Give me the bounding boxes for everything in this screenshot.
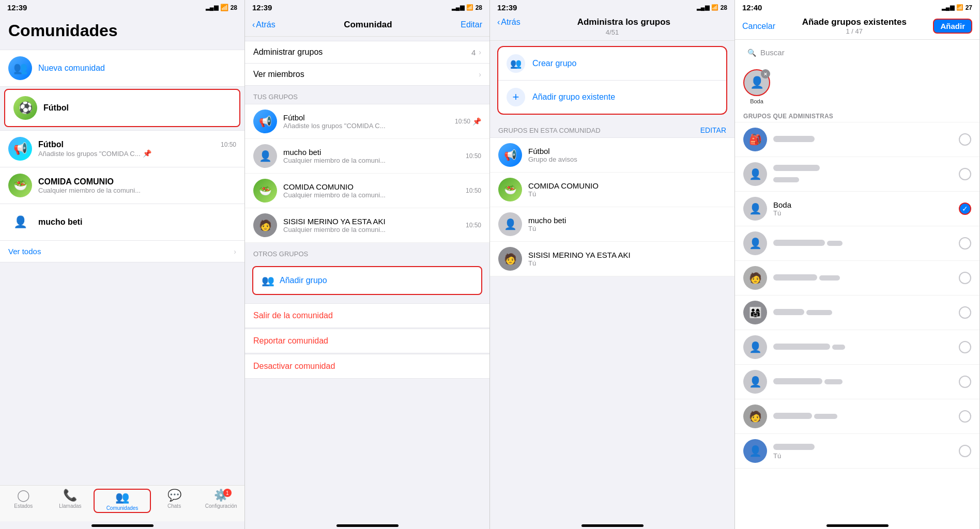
nav-row-4: Cancelar Añade grupos existentes 1 / 47 … [742,17,972,35]
group-avatar-comida-2: 🥗 [253,179,277,203]
group-avatar-futbol-2: 📢 [253,110,277,133]
panel-manage-groups: 12:39 ▂▄▆ 📶 28 ‹ Atrás Administra los gr… [490,0,735,529]
communities-header: Comunidades [0,14,244,44]
back-button-3[interactable]: ‹ Atrás [497,18,520,27]
tab-chats[interactable]: 💬 Chats [151,489,198,513]
leave-community-btn[interactable]: Salir de la comunidad [245,303,489,328]
manage-groups-row[interactable]: Administrar grupos 4 › [245,41,489,64]
back-button-2[interactable]: ‹ Atrás [252,20,275,29]
group-item-comida-2[interactable]: 🥗 COMIDA COMUNIO Cualquier miembro de la… [245,174,489,208]
add-group-label: Añadir grupo [280,276,327,285]
mg-item-comida[interactable]: 🥗 COMIDA COMUNIO Tú [490,173,734,207]
selected-chips-row: 👤 × Boda [735,65,979,108]
radio-10[interactable] [959,445,971,457]
community-item-muchobeti[interactable]: 👤 mucho beti [0,204,244,240]
edit-button-2[interactable]: Editar [461,20,482,29]
mg-item-futbol[interactable]: 📢 Fútbol Grupo de avisos [490,137,734,173]
gs-item-10[interactable]: 👤 Tú [735,434,979,469]
tab-estados-label: Estados [14,503,33,509]
radio-8[interactable] [959,376,971,388]
radio-4[interactable] [959,237,971,250]
tab-config[interactable]: ⚙️ Configuración 1 [197,489,244,513]
gs-item-5[interactable]: 🧑 [735,261,979,295]
radio-9[interactable] [959,410,971,423]
add-group-button[interactable]: 👥 Añadir grupo [252,266,482,295]
nav-bar-3: ‹ Atrás Administra los grupos 4/51 [490,14,734,41]
gs-name-blur-7 [773,344,830,350]
llamadas-icon: 📞 [63,489,77,502]
gs-avatar-9: 🧑 [743,404,767,428]
chip-label-boda: Boda [750,98,763,104]
mg-item-muchobeti[interactable]: 👤 mucho beti Tú [490,207,734,242]
red-actions: Salir de la comunidad Reportar comunidad… [245,303,489,379]
add-group-icon: 👥 [262,274,274,287]
gs-name-blur-5 [773,274,817,281]
radio-2[interactable] [959,168,971,180]
radio-5[interactable] [959,272,971,284]
estados-icon: ◯ [17,489,30,502]
wifi-icon-4: 📶 [956,4,963,11]
tab-llamadas[interactable]: 📞 Llamadas [47,489,94,513]
signal-icon-3: ▂▄▆ [697,4,709,11]
mg-item-sisisi[interactable]: 🧑 SISISI MERINO YA ESTA AKI Tú [490,242,734,276]
group-item-sisisi-2[interactable]: 🧑 SISISI MERINO YA ESTA AKI Cualquier mi… [245,208,489,243]
tab-estados[interactable]: ◯ Estados [0,489,47,513]
community-item-comida[interactable]: 🥗 COMIDA COMUNIO Cualquier miembro de la… [0,167,244,204]
status-bar-1: 12:39 ▂▄▆ 📶 28 [0,0,244,14]
status-icons-2: ▂▄▆ 📶 28 [452,4,482,11]
ver-miembros-row[interactable]: Ver miembros › [245,64,489,86]
radio-1[interactable] [959,133,971,146]
wifi-icon-2: 📶 [466,4,473,11]
section-header-manage: GRUPOS EN ESTA COMUNIDAD EDITAR [490,120,734,137]
config-badge: 1 [223,489,232,497]
radio-7[interactable] [959,341,971,353]
see-all-row[interactable]: Ver todos › [0,240,244,262]
community-item-futbol[interactable]: 📢 Fútbol 10:50 Añadiste los grupos "COMI… [0,130,244,167]
deactivate-community-btn[interactable]: Desactivar comunidad [245,354,489,379]
community-item-futbol-highlight[interactable]: ⚽ Fútbol [4,89,240,127]
status-icons-1: ▂▄▆ 📶 28 [206,4,237,11]
gs-avatar-8: 👤 [743,370,767,394]
home-bar-4 [826,524,889,527]
group-info-sisisi-2: SISISI MERINO YA ESTA AKI Cualquier miem… [283,217,466,234]
manage-groups-value: 4 [471,48,476,57]
see-all-label: Ver todos [8,247,41,256]
new-community-button[interactable]: 👥 Nueva comunidad [0,50,244,87]
cancel-button-4[interactable]: Cancelar [742,22,775,31]
editar-label[interactable]: EDITAR [700,126,726,134]
group-item-futbol-2[interactable]: 📢 Fútbol Añadiste los grupos "COMIDA C..… [245,104,489,139]
nav-title-3: Administra los grupos [520,17,727,27]
gs-item-7[interactable]: 👤 [735,330,979,365]
report-community-btn[interactable]: Reportar comunidad [245,329,489,353]
gs-item-2[interactable]: 👤 [735,157,979,192]
radio-6[interactable] [959,306,971,319]
gs-item-6[interactable]: 👨‍👩‍👧 [735,295,979,330]
panel1-content: Comunidades 👥 Nueva comunidad ⚽ Fútbol 📢… [0,14,244,485]
home-indicator-1 [0,521,244,529]
group-item-muchobeti-2[interactable]: 👤 mucho beti Cualquier miembro de la com… [245,139,489,174]
add-button-4[interactable]: Añadir [933,19,972,34]
community-list: 📢 Fútbol 10:50 Añadiste los grupos "COMI… [0,130,244,240]
nav-center-4: Añade grupos existentes 1 / 47 [775,17,933,35]
create-group-label: Crear grupo [532,59,576,68]
chats-icon: 💬 [167,489,181,502]
gs-item-8[interactable]: 👤 [735,365,979,399]
tab-comunidades[interactable]: 👥 Comunidades [94,489,151,513]
radio-boda-checked[interactable]: ✓ [959,203,971,215]
gs-item-4[interactable]: 👤 [735,226,979,261]
remove-badge-boda[interactable]: × [761,69,770,79]
mg-info-futbol: Fútbol Grupo de avisos [528,147,726,163]
gs-avatar-10: 👤 [743,439,767,463]
gs-item-9[interactable]: 🧑 [735,399,979,434]
gs-info-7 [773,343,959,352]
gs-avatar-4: 👤 [743,231,767,255]
gs-item-boda[interactable]: 👤 Boda Tú ✓ [735,192,979,226]
battery-icon: 28 [231,4,237,11]
chevron-manage: › [479,48,481,56]
add-existing-group-btn[interactable]: + Añadir grupo existente [498,81,726,114]
gs-avatar-2: 👤 [743,162,767,186]
wifi-icon: 📶 [220,4,228,11]
gs-info-6 [773,308,959,317]
gs-item-1[interactable]: 🎒 [735,122,979,157]
create-group-btn[interactable]: 👥 Crear grupo [498,47,726,81]
